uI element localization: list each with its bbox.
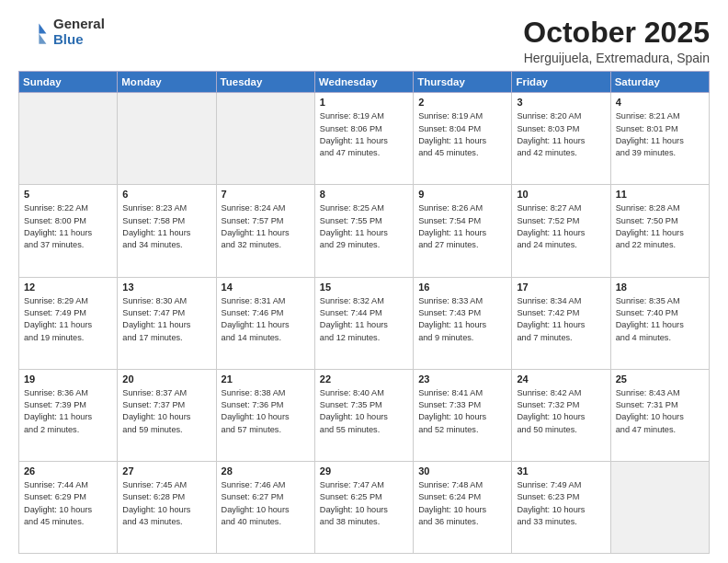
- calendar-cell: 12Sunrise: 8:29 AM Sunset: 7:49 PM Dayli…: [19, 277, 118, 369]
- calendar-cell: 11Sunrise: 8:28 AM Sunset: 7:50 PM Dayli…: [610, 185, 709, 277]
- day-number: 27: [122, 465, 210, 477]
- day-number: 24: [517, 373, 605, 385]
- day-number: 5: [24, 189, 112, 200]
- calendar-cell: 3Sunrise: 8:20 AM Sunset: 8:03 PM Daylig…: [512, 93, 610, 185]
- calendar-cell: [216, 93, 314, 185]
- day-info: Sunrise: 8:20 AM Sunset: 8:03 PM Dayligh…: [517, 110, 605, 159]
- day-info: Sunrise: 8:24 AM Sunset: 7:57 PM Dayligh…: [222, 202, 310, 251]
- week-row-4: 26Sunrise: 7:44 AM Sunset: 6:29 PM Dayli…: [19, 461, 710, 553]
- day-number: 31: [517, 465, 605, 477]
- day-number: 23: [418, 373, 506, 385]
- calendar-cell: 22Sunrise: 8:40 AM Sunset: 7:35 PM Dayli…: [314, 369, 413, 461]
- logo-general-text: General: [53, 17, 105, 32]
- weekday-header-sunday: Sunday: [19, 72, 118, 93]
- weekday-header-tuesday: Tuesday: [216, 72, 314, 93]
- location: Herguijuela, Extremadura, Spain: [523, 51, 710, 65]
- day-info: Sunrise: 8:33 AM Sunset: 7:43 PM Dayligh…: [418, 295, 506, 344]
- day-number: 1: [320, 97, 408, 108]
- day-info: Sunrise: 7:44 AM Sunset: 6:29 PM Dayligh…: [24, 479, 112, 528]
- weekday-header-monday: Monday: [118, 72, 216, 93]
- day-number: 4: [616, 97, 704, 108]
- day-info: Sunrise: 8:35 AM Sunset: 7:40 PM Dayligh…: [616, 295, 704, 344]
- page: General Blue October 2025 Herguijuela, E…: [0, 0, 728, 563]
- calendar-cell: 1Sunrise: 8:19 AM Sunset: 8:06 PM Daylig…: [314, 93, 413, 185]
- day-number: 2: [418, 97, 506, 108]
- day-info: Sunrise: 7:45 AM Sunset: 6:28 PM Dayligh…: [122, 479, 210, 528]
- calendar-cell: 17Sunrise: 8:34 AM Sunset: 7:42 PM Dayli…: [512, 277, 610, 369]
- day-number: 25: [616, 373, 704, 385]
- day-info: Sunrise: 7:47 AM Sunset: 6:25 PM Dayligh…: [320, 479, 408, 528]
- logo-blue-text: Blue: [53, 32, 105, 48]
- day-info: Sunrise: 8:37 AM Sunset: 7:37 PM Dayligh…: [122, 387, 210, 436]
- calendar-cell: 9Sunrise: 8:26 AM Sunset: 7:54 PM Daylig…: [414, 185, 512, 277]
- day-number: 16: [418, 282, 506, 293]
- calendar-cell: [610, 461, 709, 553]
- calendar-cell: 2Sunrise: 8:19 AM Sunset: 8:04 PM Daylig…: [414, 93, 512, 185]
- logo: General Blue: [18, 17, 105, 47]
- calendar-cell: 30Sunrise: 7:48 AM Sunset: 6:24 PM Dayli…: [414, 461, 512, 553]
- calendar-cell: 29Sunrise: 7:47 AM Sunset: 6:25 PM Dayli…: [314, 461, 413, 553]
- day-number: 8: [320, 189, 408, 200]
- logo-text: General Blue: [53, 17, 105, 47]
- day-info: Sunrise: 8:32 AM Sunset: 7:44 PM Dayligh…: [320, 295, 408, 344]
- calendar-cell: 31Sunrise: 7:49 AM Sunset: 6:23 PM Dayli…: [512, 461, 610, 553]
- day-number: 29: [320, 465, 408, 477]
- day-number: 30: [418, 465, 506, 477]
- day-number: 6: [122, 189, 210, 200]
- day-number: 11: [616, 189, 704, 200]
- calendar-cell: [118, 93, 216, 185]
- day-number: 12: [24, 282, 112, 293]
- calendar-cell: 20Sunrise: 8:37 AM Sunset: 7:37 PM Dayli…: [118, 369, 216, 461]
- day-number: 9: [418, 189, 506, 200]
- calendar-cell: 23Sunrise: 8:41 AM Sunset: 7:33 PM Dayli…: [414, 369, 512, 461]
- day-info: Sunrise: 7:46 AM Sunset: 6:27 PM Dayligh…: [222, 479, 310, 528]
- calendar-cell: 5Sunrise: 8:22 AM Sunset: 8:00 PM Daylig…: [19, 185, 118, 277]
- calendar-cell: 14Sunrise: 8:31 AM Sunset: 7:46 PM Dayli…: [216, 277, 314, 369]
- day-info: Sunrise: 8:40 AM Sunset: 7:35 PM Dayligh…: [320, 387, 408, 436]
- calendar-cell: 10Sunrise: 8:27 AM Sunset: 7:52 PM Dayli…: [512, 185, 610, 277]
- calendar-cell: 19Sunrise: 8:36 AM Sunset: 7:39 PM Dayli…: [19, 369, 118, 461]
- calendar-cell: 8Sunrise: 8:25 AM Sunset: 7:55 PM Daylig…: [314, 185, 413, 277]
- weekday-header-row: SundayMondayTuesdayWednesdayThursdayFrid…: [19, 72, 710, 93]
- calendar-cell: 6Sunrise: 8:23 AM Sunset: 7:58 PM Daylig…: [118, 185, 216, 277]
- day-info: Sunrise: 8:19 AM Sunset: 8:06 PM Dayligh…: [320, 110, 408, 159]
- day-info: Sunrise: 8:29 AM Sunset: 7:49 PM Dayligh…: [24, 295, 112, 344]
- day-number: 20: [122, 373, 210, 385]
- day-number: 28: [222, 465, 310, 477]
- week-row-1: 5Sunrise: 8:22 AM Sunset: 8:00 PM Daylig…: [19, 185, 710, 277]
- week-row-0: 1Sunrise: 8:19 AM Sunset: 8:06 PM Daylig…: [19, 93, 710, 185]
- svg-marker-1: [39, 33, 46, 43]
- calendar-cell: 24Sunrise: 8:42 AM Sunset: 7:32 PM Dayli…: [512, 369, 610, 461]
- day-info: Sunrise: 8:31 AM Sunset: 7:46 PM Dayligh…: [222, 295, 310, 344]
- week-row-2: 12Sunrise: 8:29 AM Sunset: 7:49 PM Dayli…: [19, 277, 710, 369]
- day-number: 19: [24, 373, 112, 385]
- title-block: October 2025 Herguijuela, Extremadura, S…: [523, 17, 710, 65]
- day-info: Sunrise: 8:38 AM Sunset: 7:36 PM Dayligh…: [222, 387, 310, 436]
- month-title: October 2025: [523, 17, 710, 49]
- day-number: 13: [122, 282, 210, 293]
- day-info: Sunrise: 8:34 AM Sunset: 7:42 PM Dayligh…: [517, 295, 605, 344]
- calendar-cell: 7Sunrise: 8:24 AM Sunset: 7:57 PM Daylig…: [216, 185, 314, 277]
- calendar-cell: 27Sunrise: 7:45 AM Sunset: 6:28 PM Dayli…: [118, 461, 216, 553]
- calendar-cell: 21Sunrise: 8:38 AM Sunset: 7:36 PM Dayli…: [216, 369, 314, 461]
- day-info: Sunrise: 8:23 AM Sunset: 7:58 PM Dayligh…: [122, 202, 210, 251]
- calendar-cell: 13Sunrise: 8:30 AM Sunset: 7:47 PM Dayli…: [118, 277, 216, 369]
- day-info: Sunrise: 8:30 AM Sunset: 7:47 PM Dayligh…: [122, 295, 210, 344]
- weekday-header-wednesday: Wednesday: [314, 72, 413, 93]
- week-row-3: 19Sunrise: 8:36 AM Sunset: 7:39 PM Dayli…: [19, 369, 710, 461]
- day-info: Sunrise: 8:19 AM Sunset: 8:04 PM Dayligh…: [418, 110, 506, 159]
- calendar-cell: 18Sunrise: 8:35 AM Sunset: 7:40 PM Dayli…: [610, 277, 709, 369]
- calendar-cell: 4Sunrise: 8:21 AM Sunset: 8:01 PM Daylig…: [610, 93, 709, 185]
- day-number: 22: [320, 373, 408, 385]
- day-info: Sunrise: 7:49 AM Sunset: 6:23 PM Dayligh…: [517, 479, 605, 528]
- day-info: Sunrise: 7:48 AM Sunset: 6:24 PM Dayligh…: [418, 479, 506, 528]
- calendar-cell: 26Sunrise: 7:44 AM Sunset: 6:29 PM Dayli…: [19, 461, 118, 553]
- calendar-cell: 15Sunrise: 8:32 AM Sunset: 7:44 PM Dayli…: [314, 277, 413, 369]
- day-info: Sunrise: 8:43 AM Sunset: 7:31 PM Dayligh…: [616, 387, 704, 436]
- day-number: 26: [24, 465, 112, 477]
- day-info: Sunrise: 8:42 AM Sunset: 7:32 PM Dayligh…: [517, 387, 605, 436]
- day-number: 14: [222, 282, 310, 293]
- header: General Blue October 2025 Herguijuela, E…: [18, 17, 710, 65]
- day-number: 15: [320, 282, 408, 293]
- day-number: 10: [517, 189, 605, 200]
